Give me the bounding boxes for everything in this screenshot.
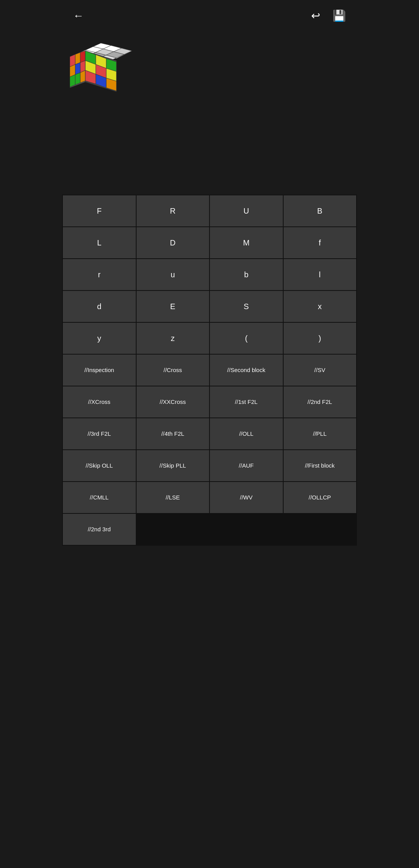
key-f[interactable]: f bbox=[284, 227, 357, 258]
key-z[interactable]: z bbox=[137, 323, 210, 354]
key-1st-f2l[interactable]: //1st F2L bbox=[210, 386, 283, 417]
key-open-paren[interactable]: ( bbox=[210, 323, 283, 354]
key-B[interactable]: B bbox=[284, 195, 357, 226]
key-ollcp[interactable]: //OLLCP bbox=[284, 482, 357, 513]
key-S[interactable]: S bbox=[210, 291, 283, 322]
save-button[interactable]: 💾 bbox=[329, 6, 349, 25]
key-4th-f2l[interactable]: //4th F2L bbox=[137, 418, 210, 449]
key-R[interactable]: R bbox=[137, 195, 210, 226]
svg-marker-18 bbox=[75, 73, 80, 85]
key-u[interactable]: u bbox=[137, 259, 210, 290]
key-M[interactable]: M bbox=[210, 227, 283, 258]
keyboard-grid: F R U B L D M f r u b l d E S x y z ( ) … bbox=[62, 195, 357, 546]
key-xxcross[interactable]: //XXCross bbox=[137, 386, 210, 417]
key-2nd-f2l[interactable]: //2nd F2L bbox=[284, 386, 357, 417]
key-close-paren[interactable]: ) bbox=[284, 323, 357, 354]
key-skip-oll[interactable]: //Skip OLL bbox=[63, 450, 136, 481]
undo-button[interactable]: ↩ bbox=[308, 6, 323, 25]
key-sv[interactable]: //SV bbox=[284, 355, 357, 386]
key-F[interactable]: F bbox=[63, 195, 136, 226]
header-right: ↩ 💾 bbox=[308, 6, 349, 25]
key-oll[interactable]: //OLL bbox=[210, 418, 283, 449]
header: ← ↩ 💾 bbox=[62, 0, 357, 31]
key-cross[interactable]: //Cross bbox=[137, 355, 210, 386]
cube-display-area bbox=[62, 31, 357, 195]
key-b[interactable]: b bbox=[210, 259, 283, 290]
key-cmll[interactable]: //CMLL bbox=[63, 482, 136, 513]
key-first-block[interactable]: //First block bbox=[284, 450, 357, 481]
svg-marker-19 bbox=[80, 70, 85, 83]
header-left: ← bbox=[70, 7, 87, 25]
back-button[interactable]: ← bbox=[70, 7, 87, 25]
key-L[interactable]: L bbox=[63, 227, 136, 258]
key-x[interactable]: x bbox=[284, 291, 357, 322]
key-auf[interactable]: //AUF bbox=[210, 450, 283, 481]
rubiks-cube-image bbox=[70, 39, 132, 101]
key-D[interactable]: D bbox=[137, 227, 210, 258]
key-3rd-f2l[interactable]: //3rd F2L bbox=[63, 418, 136, 449]
key-inspection[interactable]: //Inspection bbox=[63, 355, 136, 386]
key-2nd-3rd[interactable]: //2nd 3rd bbox=[63, 514, 136, 545]
key-xcross[interactable]: //XCross bbox=[63, 386, 136, 417]
key-second-block[interactable]: //Second block bbox=[210, 355, 283, 386]
key-skip-pll[interactable]: //Skip PLL bbox=[137, 450, 210, 481]
key-l[interactable]: l bbox=[284, 259, 357, 290]
key-pll[interactable]: //PLL bbox=[284, 418, 357, 449]
key-d[interactable]: d bbox=[63, 291, 136, 322]
key-wv[interactable]: //WV bbox=[210, 482, 283, 513]
key-lse[interactable]: //LSE bbox=[137, 482, 210, 513]
key-y[interactable]: y bbox=[63, 323, 136, 354]
key-r[interactable]: r bbox=[63, 259, 136, 290]
key-U[interactable]: U bbox=[210, 195, 283, 226]
key-E[interactable]: E bbox=[137, 291, 210, 322]
svg-marker-17 bbox=[70, 75, 75, 87]
